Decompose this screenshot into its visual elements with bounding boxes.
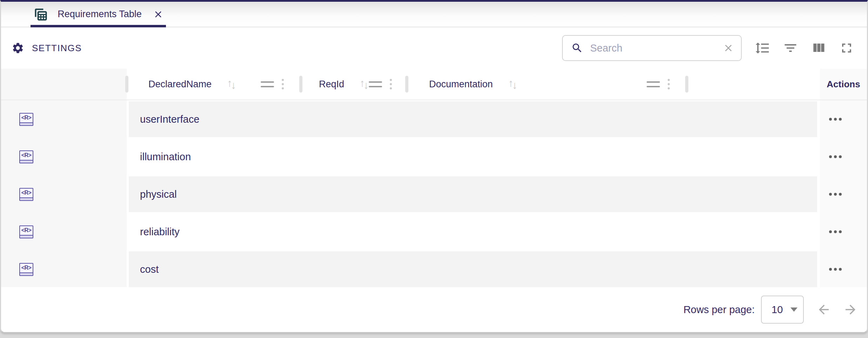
rows-per-page-value: 10 [772, 304, 783, 316]
declaredname-cell[interactable]: cost [129, 251, 817, 287]
previous-page-button[interactable] [815, 301, 833, 318]
row-type-cell: <R> [1, 251, 127, 287]
row-actions-cell [820, 176, 867, 212]
table-header: DeclaredName ↑↓ ReqId ↑↓ Documentation ↑… [1, 69, 867, 100]
declaredname-value: cost [140, 264, 159, 275]
declaredname-value: physical [140, 189, 177, 200]
row-type-cell: <R> [1, 139, 127, 175]
rows-per-page-label: Rows per page: [683, 304, 755, 316]
row-actions-cell [820, 251, 867, 287]
tab-requirements-table[interactable]: Requirements Table [31, 2, 166, 27]
column-header-actions: Actions [820, 69, 867, 100]
sort-arrows-icon[interactable]: ↑↓ [227, 79, 236, 89]
vertical-dots-icon[interactable] [667, 78, 670, 90]
row-type-cell: <R> [1, 101, 127, 137]
table-row[interactable]: <R> cost [1, 251, 867, 287]
requirement-icon: <R> [19, 150, 33, 163]
declaredname-value: userInterface [140, 114, 199, 125]
requirement-icon: <R> [19, 225, 33, 238]
fullscreen-icon[interactable] [838, 40, 855, 56]
close-icon[interactable] [723, 42, 734, 54]
sort-arrows-icon[interactable]: ↑↓ [508, 79, 518, 89]
column-header-icons [1, 69, 127, 100]
search-box [562, 35, 742, 61]
column-header-reqid[interactable]: ReqId ↑↓ [301, 69, 407, 100]
column-resize-handle[interactable] [405, 76, 408, 93]
column-resize-handle[interactable] [125, 76, 128, 93]
declaredname-cell[interactable]: physical [129, 176, 817, 212]
requirement-icon: <R> [19, 113, 33, 126]
caret-down-icon [790, 307, 797, 312]
column-resize-handle[interactable] [299, 76, 302, 93]
table-toolbar-icons [754, 40, 855, 56]
declaredname-value: reliability [140, 226, 180, 238]
requirement-icon: <R> [19, 188, 33, 201]
settings-label: SETTINGS [32, 43, 82, 54]
app-window: Requirements Table SETTINGS [0, 0, 868, 333]
tab-bar: Requirements Table [1, 2, 867, 27]
row-actions-cell [820, 214, 867, 250]
table-footer: Rows per page: 10 [1, 287, 867, 332]
row-type-cell: <R> [1, 176, 127, 212]
close-icon[interactable] [153, 9, 163, 20]
ellipsis-icon[interactable] [828, 266, 843, 273]
table-body: <R> userInterface <R> illumination [1, 100, 867, 287]
table-row[interactable]: <R> physical [1, 176, 867, 212]
tab-title: Requirements Table [58, 9, 142, 20]
ellipsis-icon[interactable] [828, 153, 843, 160]
ellipsis-icon[interactable] [828, 228, 843, 235]
table-row[interactable]: <R> reliability [1, 214, 867, 250]
ellipsis-icon[interactable] [828, 191, 843, 198]
requirement-icon: <R> [19, 263, 33, 276]
declaredname-cell[interactable]: userInterface [129, 101, 817, 137]
row-type-cell: <R> [1, 214, 127, 250]
settings-toolbar: SETTINGS [1, 27, 867, 69]
requirements-table-icon [33, 7, 48, 22]
declaredname-cell[interactable]: illumination [129, 139, 817, 175]
vertical-dots-icon[interactable] [389, 78, 393, 90]
equals-icon[interactable] [647, 81, 660, 87]
rows-per-page-select[interactable]: 10 [761, 296, 804, 324]
settings-button[interactable]: SETTINGS [12, 42, 82, 54]
ellipsis-icon[interactable] [828, 116, 843, 123]
gear-icon [12, 42, 24, 54]
column-header-documentation[interactable]: Documentation ↑↓ [407, 69, 687, 100]
declaredname-value: illumination [140, 151, 191, 163]
column-resize-handle[interactable] [685, 76, 688, 93]
search-icon [571, 42, 583, 54]
sort-arrows-icon[interactable]: ↑↓ [360, 79, 369, 89]
search-input[interactable] [589, 42, 723, 54]
row-actions-cell [820, 101, 867, 137]
column-header-filler [687, 69, 820, 100]
vertical-dots-icon[interactable] [281, 78, 285, 90]
table-row[interactable]: <R> userInterface [1, 101, 867, 137]
equals-icon[interactable] [369, 81, 382, 87]
next-page-button[interactable] [842, 301, 859, 318]
columns-icon[interactable] [810, 40, 827, 56]
row-actions-cell [820, 139, 867, 175]
toolbar-right [562, 35, 855, 61]
table-row[interactable]: <R> illumination [1, 139, 867, 175]
filter-icon[interactable] [782, 40, 799, 56]
equals-icon[interactable] [261, 81, 274, 87]
row-height-icon[interactable] [754, 40, 771, 56]
declaredname-cell[interactable]: reliability [129, 214, 817, 250]
column-header-declaredname[interactable]: DeclaredName ↑↓ [127, 69, 301, 100]
